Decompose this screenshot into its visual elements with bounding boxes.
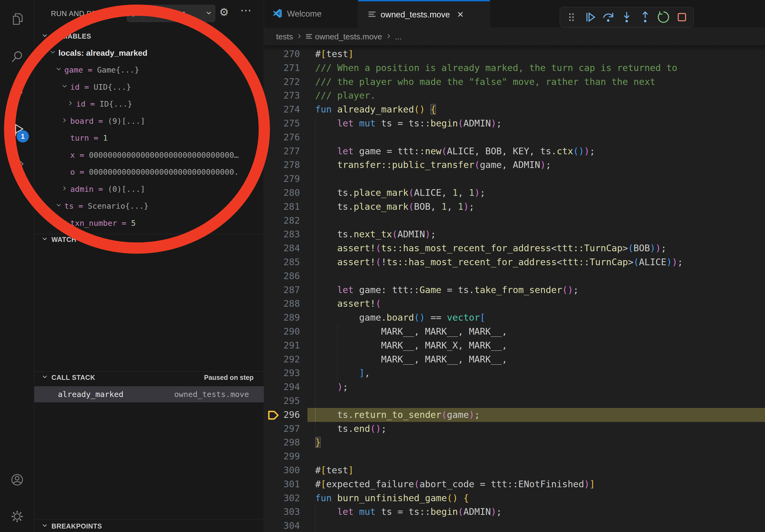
line-number[interactable]: 301 (264, 477, 300, 491)
line-text[interactable]: MARK__, MARK__, MARK__, (315, 353, 507, 367)
line-number[interactable]: 278 (264, 158, 300, 172)
chevron-right-icon[interactable] (61, 117, 68, 126)
line-text[interactable]: ], (315, 366, 370, 380)
breadcrumb-file[interactable]: owned_tests.move (315, 32, 382, 41)
line-number[interactable]: 298 (264, 435, 300, 449)
variables-section-header[interactable]: VARIABLES (34, 30, 264, 43)
line-text[interactable]: transfer::public_transfer(game, ADMIN); (315, 158, 551, 172)
line-number[interactable]: 304 (264, 519, 300, 532)
line-text[interactable]: let game: ttt::Game = ts.take_from_sende… (315, 283, 579, 297)
variable-row[interactable]: txn_number = 5 (34, 215, 264, 232)
line-number[interactable]: 296 (264, 408, 300, 422)
line-number[interactable]: 290 (264, 325, 300, 339)
line-text[interactable]: assert!(ts::has_most_recent_for_address<… (315, 241, 666, 255)
line-text[interactable]: ts.place_mark(BOB, 1, 1); (315, 200, 474, 214)
breadcrumb-folder[interactable]: tests (276, 32, 293, 41)
settings-gear-icon[interactable] (10, 509, 25, 524)
call-stack-frame[interactable]: already_marked owned_tests.move (34, 386, 264, 402)
line-text[interactable]: let mut ts = ts::begin(ADMIN); (315, 117, 502, 131)
line-number[interactable]: 285 (264, 255, 300, 269)
line-number[interactable]: 272 (264, 75, 300, 89)
line-number[interactable]: 297 (264, 422, 300, 436)
line-number[interactable]: 283 (264, 227, 300, 241)
line-text[interactable]: /// When a position is already marked, t… (315, 61, 677, 75)
line-number[interactable]: 300 (264, 463, 300, 477)
line-text[interactable]: game.board() == vector[ (315, 311, 485, 325)
drag-grip-icon[interactable] (565, 10, 578, 24)
step-over-icon[interactable] (601, 10, 615, 24)
variable-row[interactable]: x = 0000000000000000000000000000000… (34, 146, 264, 164)
variable-row[interactable]: admin = (0)[...] (34, 180, 264, 198)
chevron-down-icon[interactable] (49, 49, 56, 58)
line-number[interactable]: 288 (264, 297, 300, 311)
line-number[interactable]: 303 (264, 505, 300, 519)
tab-welcome[interactable]: Welcome (265, 0, 358, 28)
close-icon[interactable]: ✕ (457, 10, 464, 20)
gear-icon[interactable]: ⚙ (219, 6, 229, 18)
tab-owned-tests-move[interactable]: owned_tests.move ✕ (358, 0, 490, 28)
line-number[interactable]: 273 (264, 89, 300, 103)
restart-icon[interactable] (657, 10, 670, 24)
account-icon[interactable] (10, 472, 25, 487)
source-control-icon[interactable] (10, 86, 25, 101)
line-number[interactable]: 302 (264, 491, 300, 505)
more-actions-icon[interactable]: ⋯ (240, 4, 252, 17)
call-stack-section-header[interactable]: CALL STACK Paused on step (34, 371, 264, 384)
line-text[interactable]: } (315, 435, 321, 449)
line-text[interactable]: let game = ttt::new(ALICE, BOB, KEY, ts.… (315, 144, 595, 158)
line-number[interactable]: 294 (264, 380, 300, 394)
variable-row[interactable]: game = Game{...} (34, 62, 264, 79)
variable-row[interactable]: id = ID{...} (34, 96, 264, 113)
line-number[interactable]: 291 (264, 339, 300, 353)
line-number[interactable]: 277 (264, 144, 300, 158)
chevron-down-icon[interactable] (55, 201, 62, 210)
extensions-icon[interactable] (10, 160, 25, 175)
line-text[interactable]: #[expected_failure(abort_code = ttt::ENo… (315, 477, 595, 491)
line-text[interactable]: fun burn_unfinished_game() { (315, 491, 469, 505)
line-text[interactable]: fun already_marked() { (315, 103, 436, 117)
line-text[interactable]: #[test] (315, 463, 354, 477)
line-number[interactable]: 281 (264, 200, 300, 214)
line-number[interactable]: 280 (264, 186, 300, 200)
line-text[interactable]: ); (315, 380, 348, 394)
chevron-down-icon[interactable] (203, 9, 215, 17)
line-number[interactable]: 276 (264, 131, 300, 144)
line-number[interactable]: 275 (264, 117, 300, 131)
line-number[interactable]: 293 (264, 366, 300, 380)
line-text[interactable]: /// player. (315, 89, 376, 103)
line-number[interactable]: 299 (264, 449, 300, 463)
line-number[interactable]: 295 (264, 394, 300, 408)
step-into-icon[interactable] (620, 10, 633, 24)
line-number[interactable]: 286 (264, 269, 300, 283)
watch-section-header[interactable]: WATCH (34, 233, 264, 246)
chevron-down-icon[interactable] (61, 83, 68, 92)
line-text[interactable]: ts.next_tx(ADMIN); (315, 227, 436, 241)
variable-row[interactable]: turn = 1 (34, 130, 264, 147)
line-number[interactable]: 271 (264, 61, 300, 75)
step-out-icon[interactable] (638, 10, 652, 24)
debug-config-dropdown[interactable]: No Configur (143, 9, 203, 18)
line-number[interactable]: 284 (264, 241, 300, 255)
line-text[interactable]: assert!(!ts::has_most_recent_for_address… (315, 255, 683, 269)
line-text[interactable]: /// the player who made the "false" move… (315, 75, 655, 89)
line-text[interactable]: ts.place_mark(ALICE, 1, 1); (315, 186, 485, 200)
line-number[interactable]: 279 (264, 172, 300, 186)
line-number[interactable]: 287 (264, 283, 300, 297)
variable-row[interactable]: o = 0000000000000000000000000000000. (34, 164, 264, 181)
line-number[interactable]: 274 (264, 103, 300, 117)
line-number[interactable]: 292 (264, 353, 300, 367)
breadcrumb-symbol[interactable]: ... (395, 32, 402, 41)
variable-row[interactable]: ts = Scenario{...} (34, 198, 264, 215)
chevron-right-icon[interactable] (67, 100, 74, 109)
line-text[interactable]: assert!( (315, 297, 381, 311)
stop-icon[interactable] (675, 10, 689, 24)
continue-icon[interactable] (583, 10, 597, 24)
chevron-down-icon[interactable] (55, 65, 62, 75)
variable-row[interactable]: id = UID{...} (34, 79, 264, 96)
line-text[interactable]: ts.end(); (315, 422, 386, 436)
line-text[interactable]: ts.return_to_sender(game); (315, 408, 480, 422)
variable-row[interactable]: locals: already_marked (34, 45, 264, 62)
breakpoints-section-header[interactable]: BREAKPOINTS (34, 520, 264, 532)
start-debugging-button[interactable] (127, 5, 143, 22)
line-number[interactable]: 282 (264, 214, 300, 228)
